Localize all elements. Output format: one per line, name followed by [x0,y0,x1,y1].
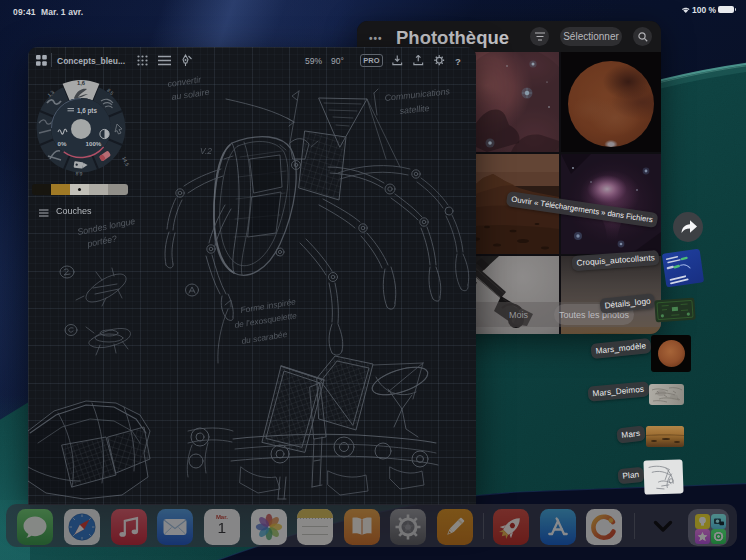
svg-text:satellite: satellite [399,103,430,116]
svg-text:portée?: portée? [85,233,117,249]
svg-text:6,8: 6,8 [74,170,82,177]
svg-text:V.2: V.2 [200,146,212,156]
svg-text:du scarabée: du scarabée [241,329,288,346]
svg-text:1,6: 1,6 [76,79,85,85]
svg-text:100%: 100% [85,139,101,146]
svg-text:convertir: convertir [167,74,203,89]
svg-text:0%: 0% [57,139,66,146]
svg-text:Sondes longue: Sondes longue [76,216,136,237]
svg-text:14,5: 14,5 [121,155,131,167]
svg-text:Communications: Communications [384,86,451,103]
svg-text:au solaire: au solaire [171,87,210,102]
svg-text:1,6 pts: 1,6 pts [77,106,97,114]
